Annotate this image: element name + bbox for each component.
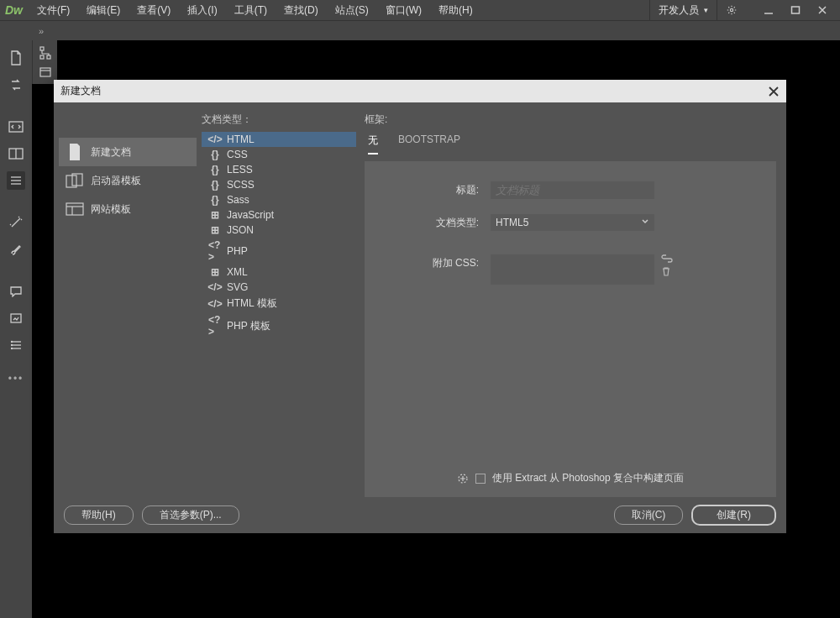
menu-file[interactable]: 文件(F) xyxy=(29,3,77,18)
menu-view[interactable]: 查看(V) xyxy=(129,3,178,18)
create-button[interactable]: 创建(R) xyxy=(691,505,776,526)
braces-icon: {} xyxy=(208,179,222,191)
doctype-item-js[interactable]: ⊞JavaScript xyxy=(202,207,356,223)
wand-icon[interactable] xyxy=(7,213,25,232)
workspace-switcher[interactable]: 开发人员 ▾ xyxy=(649,0,717,20)
braces-icon: {} xyxy=(208,164,222,175)
window-maximize-button[interactable] xyxy=(783,0,808,20)
svg-rect-16 xyxy=(40,47,44,50)
frame-panel: 框架: 无 BOOTSTRAP 标题: 文档类型: HTML5 xyxy=(356,113,776,497)
swap-icon[interactable] xyxy=(7,76,25,94)
assets-icon[interactable] xyxy=(7,309,25,327)
doctype-item-php-template[interactable]: <?>PHP 模板 xyxy=(202,312,356,339)
file-icon[interactable] xyxy=(7,49,25,67)
svg-point-13 xyxy=(12,342,13,343)
menu-tools[interactable]: 工具(T) xyxy=(227,3,275,18)
doctype-item-json[interactable]: ⊞JSON xyxy=(202,223,356,238)
frame-tabs: 无 BOOTSTRAP xyxy=(365,132,776,154)
doctype-label: 文档类型: xyxy=(381,214,491,230)
doctype-item-sass[interactable]: {}Sass xyxy=(202,192,356,207)
doctype-panel: 文档类型： </>HTML {}CSS {}LESS {}SCSS {}Sass… xyxy=(197,113,356,497)
link-icon[interactable] xyxy=(661,254,673,263)
doctype-select[interactable]: HTML5 xyxy=(491,214,654,231)
prefs-button[interactable]: 首选参数(P)... xyxy=(142,505,239,525)
css-label: 附加 CSS: xyxy=(381,254,491,270)
category-starter-templates[interactable]: 启动器模板 xyxy=(59,166,197,195)
tab-none[interactable]: 无 xyxy=(368,132,378,154)
doctype-value: HTML5 xyxy=(496,217,528,228)
brush-icon[interactable] xyxy=(7,240,25,259)
doctype-item-css[interactable]: {}CSS xyxy=(202,147,356,162)
help-button[interactable]: 帮助(H) xyxy=(64,505,134,525)
sitetpl-icon xyxy=(66,202,84,217)
dialog-title: 新建文档 xyxy=(60,84,101,98)
chevron-down-icon xyxy=(641,217,649,226)
menu-edit[interactable]: 编辑(E) xyxy=(79,3,128,18)
grid-icon: ⊞ xyxy=(208,209,222,221)
doctype-item-scss[interactable]: {}SCSS xyxy=(202,177,356,192)
svg-rect-23 xyxy=(66,203,83,215)
window-minimize-button[interactable] xyxy=(756,0,781,20)
tab-bootstrap[interactable]: BOOTSTRAP xyxy=(398,132,460,154)
file-icon xyxy=(66,144,84,160)
layers-icon[interactable] xyxy=(7,336,25,354)
php-icon: <?> xyxy=(208,314,222,338)
braces-icon: {} xyxy=(208,149,222,160)
dialog-close-button[interactable] xyxy=(768,86,780,97)
rail-panel xyxy=(32,40,57,84)
menu-help[interactable]: 帮助(H) xyxy=(431,3,480,18)
menu-site[interactable]: 站点(S) xyxy=(328,3,376,18)
form-box: 标题: 文档类型: HTML5 附加 CSS: xyxy=(365,161,776,497)
title-label: 标题: xyxy=(381,181,491,197)
menu-find[interactable]: 查找(D) xyxy=(276,3,326,18)
svg-point-15 xyxy=(12,348,13,349)
title-input[interactable] xyxy=(491,181,654,199)
doctype-item-html-template[interactable]: </>HTML 模板 xyxy=(202,295,356,312)
css-list[interactable] xyxy=(491,254,654,285)
svg-point-0 xyxy=(730,8,732,11)
extract-label: 使用 Extract 从 Photoshop 复合中构建页面 xyxy=(492,471,684,485)
category-list: 新建文档 启动器模板 网站模板 xyxy=(54,113,197,497)
dialog-title-bar: 新建文档 xyxy=(54,80,786,102)
doctype-item-svg[interactable]: </>SVG xyxy=(202,280,356,295)
category-label: 新建文档 xyxy=(91,145,131,160)
code-icon: </> xyxy=(208,281,222,293)
app-logo: Dw xyxy=(5,3,23,17)
panel-icon[interactable] xyxy=(39,65,52,79)
doctype-item-html[interactable]: </>HTML xyxy=(202,132,356,147)
extract-checkbox[interactable] xyxy=(475,474,486,484)
tab-strip: » xyxy=(0,20,840,40)
gear-icon[interactable] xyxy=(719,0,744,20)
comment-icon[interactable] xyxy=(7,282,25,301)
cancel-button[interactable]: 取消(C) xyxy=(614,505,684,525)
doctype-item-xml[interactable]: ⊞XML xyxy=(202,264,356,280)
category-new-doc[interactable]: 新建文档 xyxy=(59,138,197,166)
php-icon: <?> xyxy=(208,239,222,263)
dom-icon[interactable] xyxy=(38,45,53,60)
doctype-list: </>HTML {}CSS {}LESS {}SCSS {}Sass ⊞Java… xyxy=(202,132,356,339)
dialog-footer: 帮助(H) 首选参数(P)... 取消(C) 创建(R) xyxy=(54,497,786,533)
window-close-button[interactable] xyxy=(810,0,835,20)
more-icon[interactable]: ••• xyxy=(8,373,24,385)
svg-rect-17 xyxy=(40,55,44,59)
doctype-item-less[interactable]: {}LESS xyxy=(202,162,356,177)
code-icon[interactable] xyxy=(7,118,25,136)
split-icon[interactable] xyxy=(7,144,25,163)
menu-insert[interactable]: 插入(I) xyxy=(180,3,224,18)
new-document-dialog: 新建文档 新建文档 启动器模板 网站模板 文档类型： </>HTML xyxy=(54,80,786,533)
category-label: 网站模板 xyxy=(91,202,131,217)
svg-rect-2 xyxy=(792,7,800,13)
doctype-item-php[interactable]: <?>PHP xyxy=(202,238,356,264)
doctype-header: 文档类型： xyxy=(202,113,356,127)
starter-icon xyxy=(66,173,84,188)
extract-icon xyxy=(457,473,469,484)
svg-point-14 xyxy=(12,345,13,346)
workspace-label: 开发人员 xyxy=(659,3,699,18)
frame-header: 框架: xyxy=(365,113,776,127)
category-site-templates[interactable]: 网站模板 xyxy=(59,195,197,223)
tab-overflow-marker[interactable]: » xyxy=(39,26,44,36)
list-icon[interactable] xyxy=(7,171,25,190)
menubar: Dw 文件(F) 编辑(E) 查看(V) 插入(I) 工具(T) 查找(D) 站… xyxy=(0,0,840,20)
trash-icon[interactable] xyxy=(661,266,673,276)
menu-window[interactable]: 窗口(W) xyxy=(378,3,429,18)
